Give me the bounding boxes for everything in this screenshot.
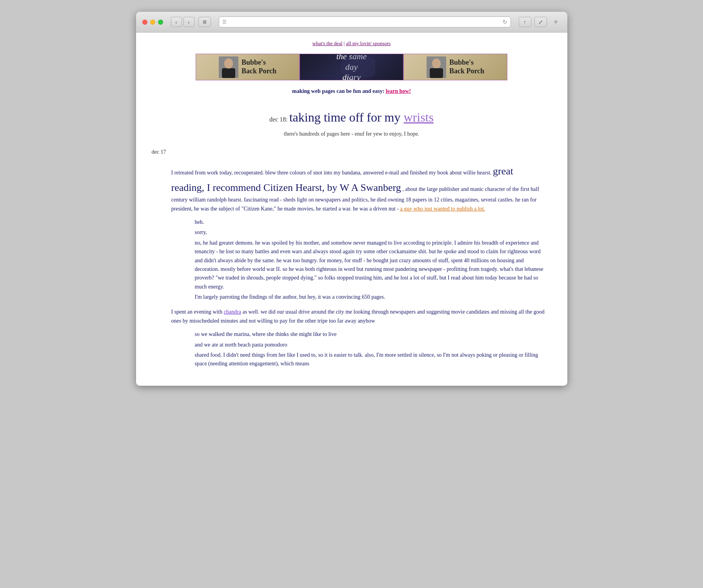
banner-right[interactable]: Bubbe's Back Porch <box>403 54 507 80</box>
entry-title-link[interactable]: wrists <box>404 110 434 124</box>
maximize-button[interactable] <box>158 20 163 25</box>
indent-shared: shared food. I didn't need things from h… <box>195 351 548 368</box>
entry-subtitle: there's hundreds of pages here - enuf fe… <box>152 131 552 137</box>
indent-parroting: I'm largely parroting the findings of th… <box>195 293 548 301</box>
para1-text: I retreated from work today, recouperate… <box>171 170 492 176</box>
indent-demons: no, he had greater demons. he was spoile… <box>195 239 548 291</box>
refresh-button[interactable]: ↻ <box>503 19 507 25</box>
banner-left[interactable]: Bubbe's Back Porch <box>196 54 300 80</box>
banner-left-image <box>219 56 238 78</box>
whats-the-deal-link[interactable]: what's the deal <box>312 40 343 46</box>
banner-area: Bubbe's Back Porch the samedaydiary <box>152 54 552 80</box>
sponsors-link[interactable]: all my lovin' sponsors <box>346 40 391 46</box>
svg-rect-2 <box>222 68 235 78</box>
toolbar-right: ↑ ⤢ <box>519 17 547 27</box>
publish-link[interactable]: a guy who just wanted to publish a lot. <box>400 206 485 212</box>
entry-header: dec 18: taking time off for my wrists <box>152 110 552 125</box>
svg-point-4 <box>340 55 375 79</box>
learn-how-link[interactable]: learn how! <box>386 88 411 94</box>
share-button[interactable]: ↑ <box>519 17 531 27</box>
indent-heh: heh. <box>195 218 548 227</box>
para-1: I retreated from work today, recouperate… <box>171 163 548 213</box>
promo-line: making web pages can be fun and easy: le… <box>152 88 552 94</box>
traffic-lights <box>142 20 163 25</box>
banner-right-image <box>427 56 446 78</box>
close-button[interactable] <box>142 20 147 25</box>
fullscreen-button[interactable]: ⤢ <box>534 17 547 27</box>
browser-window: ‹ › ⊞ ☰ ↻ ↑ ⤢ + what's the deal | all my… <box>136 12 567 386</box>
para2-start: I spent an evening with <box>171 309 224 315</box>
minimize-button[interactable] <box>150 20 155 25</box>
new-tab-button[interactable]: + <box>551 17 561 27</box>
svg-point-6 <box>432 58 441 69</box>
para-chandra: I spent an evening with chandra as well.… <box>171 308 548 325</box>
forward-button[interactable]: › <box>183 17 194 27</box>
entry-body: I retreated from work today, recouperate… <box>171 163 548 368</box>
page-content: what's the deal | all my lovin' sponsors <box>136 33 567 386</box>
banner-left-text: Bubbe's Back Porch <box>242 58 276 75</box>
banner-middle[interactable]: the samedaydiary <box>300 54 403 80</box>
url-bar-wrapper[interactable]: ☰ ↻ <box>219 16 511 27</box>
svg-rect-7 <box>430 68 443 78</box>
title-bar: ‹ › ⊞ ☰ ↻ ↑ ⤢ + <box>136 12 567 33</box>
sidebar-button[interactable]: ⊞ <box>198 17 211 27</box>
indent-marina: so we walked the marina, where she think… <box>195 330 548 339</box>
url-input[interactable] <box>229 19 503 25</box>
entry-title-line: dec 18: taking time off for my wrists <box>152 110 552 125</box>
svg-point-3 <box>224 58 233 69</box>
url-icon: ☰ <box>222 19 227 25</box>
indent-sorry: sorry, <box>195 228 548 237</box>
dec17-date: dec 17 <box>152 149 552 155</box>
promo-text: making web pages can be fun and easy: <box>292 88 386 94</box>
chandra-link[interactable]: chandra <box>224 309 241 315</box>
entry-title: taking time off for my <box>289 110 404 124</box>
indent-northbeach: and we ate at north beach pasta pomodoro <box>195 341 548 349</box>
nav-buttons: ‹ › <box>171 17 194 27</box>
back-button[interactable]: ‹ <box>171 17 182 27</box>
top-nav: what's the deal | all my lovin' sponsors <box>152 40 552 47</box>
entry-date: dec 18: <box>269 116 289 123</box>
banner-right-text: Bubbe's Back Porch <box>449 58 484 75</box>
